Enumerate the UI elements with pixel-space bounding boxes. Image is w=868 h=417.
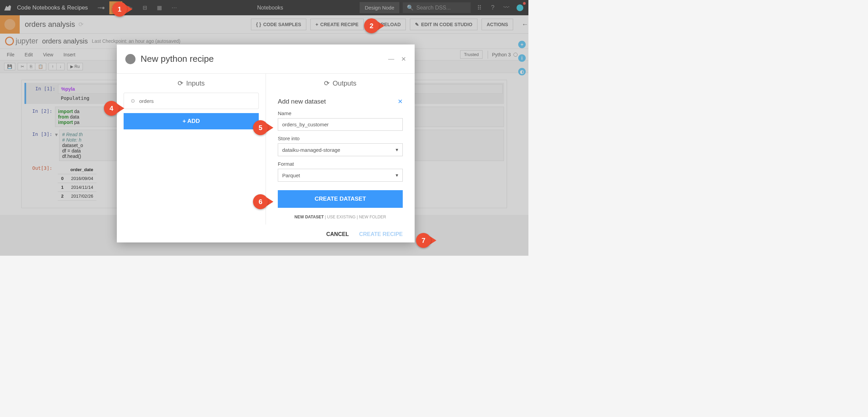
modal-footer: CANCEL CREATE RECIPE [117, 224, 415, 242]
create-dataset-button[interactable]: CREATE DATASET [278, 190, 403, 208]
annotation-2: 2 [364, 18, 384, 33]
store-label: Store into [278, 135, 403, 141]
tab-use-existing[interactable]: USE EXISTING [327, 215, 356, 219]
annotation-1: 1 [112, 2, 132, 17]
add-dataset-title: Add new dataset [278, 98, 326, 105]
outputs-header: ⟳ Outputs [266, 74, 415, 93]
annotation-5: 5 [253, 120, 273, 135]
tab-new-dataset[interactable]: NEW DATASET [294, 215, 324, 219]
modal-header: New python recipe — ✕ [117, 44, 415, 74]
arrow-circle-icon: ⟳ [324, 79, 330, 87]
output-mode-tabs: NEW DATASET | USE EXISTING | NEW FOLDER [278, 215, 403, 219]
input-dataset-chip[interactable]: ⊙ orders [124, 93, 259, 109]
modal-outputs-panel: ⟳ Outputs Add new dataset ✕ Name Store i… [266, 74, 415, 224]
add-input-button[interactable]: + ADD [124, 113, 259, 129]
format-select[interactable]: Parquet ▾ [278, 169, 403, 182]
tab-new-folder[interactable]: NEW FOLDER [359, 215, 386, 219]
modal-inputs-panel: ⟳ Inputs ⊙ orders + ADD [117, 74, 266, 224]
format-label: Format [278, 161, 403, 167]
chevron-down-icon: ▾ [396, 147, 398, 153]
store-into-select[interactable]: dataiku-managed-storage ▾ [278, 143, 403, 156]
new-recipe-modal: New python recipe — ✕ ⟳ Inputs ⊙ orders … [117, 44, 415, 242]
inputs-header: ⟳ Inputs [117, 74, 266, 93]
modal-title: New python recipe [141, 54, 381, 64]
annotation-6: 6 [253, 194, 273, 209]
arrow-circle-icon: ⟳ [178, 79, 183, 87]
cancel-button[interactable]: CANCEL [326, 231, 349, 237]
create-recipe-submit-button[interactable]: CREATE RECIPE [359, 231, 403, 237]
name-label: Name [278, 110, 403, 116]
chevron-down-icon: ▾ [396, 172, 398, 178]
annotation-4: 4 [104, 101, 124, 116]
python-recipe-icon [125, 54, 135, 64]
close-icon[interactable]: ✕ [401, 55, 406, 63]
annotation-7: 7 [416, 233, 436, 248]
minimize-icon[interactable]: — [388, 55, 394, 62]
dataset-icon: ⊙ [131, 98, 135, 104]
dataset-name-input[interactable] [278, 118, 403, 131]
close-output-icon[interactable]: ✕ [398, 98, 403, 105]
